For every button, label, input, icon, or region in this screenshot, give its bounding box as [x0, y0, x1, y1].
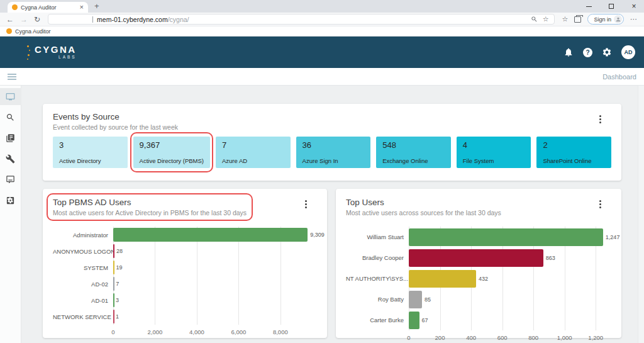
sidebar-item-dashboard[interactable]: [0, 88, 21, 105]
source-count: 2: [543, 140, 605, 150]
zoom-icon[interactable]: [531, 16, 538, 23]
bar[interactable]: [113, 261, 114, 274]
collections-icon[interactable]: [574, 16, 581, 23]
sidebar-item-alerts[interactable]: [0, 171, 21, 188]
kebab-menu-icon[interactable]: [598, 114, 602, 125]
category-label: Bradley Cooper: [346, 254, 409, 261]
settings-gear-icon[interactable]: [602, 47, 612, 57]
sidebar-item-search[interactable]: [0, 109, 21, 126]
top-pbms-ad-users-card: Top PBMS AD Users Most active users for …: [43, 189, 327, 338]
kebab-menu-icon[interactable]: [598, 199, 602, 210]
source-card-wrap: 548Exchange Online: [376, 137, 451, 168]
bar[interactable]: [409, 249, 543, 267]
browser-toolbar: ← → ↻ mem-01.cyberdyne.com /cygna/ ☆ ☆ S…: [0, 13, 644, 26]
source-label: Exchange Online: [382, 157, 445, 164]
new-tab-button[interactable]: +: [94, 1, 99, 11]
events-card-title: Events by Source: [53, 112, 611, 121]
notifications-bell-icon[interactable]: [564, 47, 574, 57]
wrench-icon: [6, 154, 15, 164]
gridline: [197, 243, 197, 259]
x-axis: 02,0004,0006,0008,000: [53, 325, 317, 337]
source-card[interactable]: 36Azure Sign In: [296, 137, 371, 168]
category-label: NETWORK SERVICE: [53, 313, 113, 320]
axis-tick: 400: [466, 334, 476, 341]
bar[interactable]: [113, 293, 114, 307]
cygna-favicon-icon: [6, 28, 12, 34]
bar[interactable]: [409, 270, 476, 288]
browser-menu-icon[interactable]: ⋯: [630, 15, 638, 23]
sidebar-item-configuration[interactable]: [0, 192, 21, 209]
source-card[interactable]: 548Exchange Online: [376, 137, 451, 168]
bar-value: 3: [116, 297, 119, 303]
content-area: Events by Source Event collected by sour…: [0, 86, 644, 343]
logo-subtext: LABS: [58, 55, 77, 60]
bar-row: Bradley Cooper863: [346, 247, 611, 268]
breadcrumb: Dashboard: [602, 73, 636, 81]
sidebar-item-reports[interactable]: [0, 130, 21, 147]
favorite-star-icon[interactable]: ☆: [543, 16, 549, 23]
gridline: [155, 259, 155, 276]
bookmark-cygna-auditor[interactable]: Cygna Auditor: [15, 28, 51, 35]
search-icon: [6, 113, 15, 122]
bar[interactable]: [409, 228, 603, 246]
gridline: [565, 268, 565, 289]
sidebar: [0, 86, 21, 343]
source-label: Active Directory (PBMS): [140, 157, 204, 164]
gridline: [502, 268, 503, 289]
sidebar-item-tools[interactable]: [0, 150, 21, 167]
kebab-menu-icon[interactable]: [304, 199, 308, 210]
source-card[interactable]: 9,367Active Directory (PBMS): [133, 137, 210, 168]
address-bar[interactable]: mem-01.cyberdyne.com /cygna/ ☆: [48, 14, 555, 25]
chart-title-block: Top Users Most active users across sourc…: [346, 198, 501, 216]
gridline: [197, 259, 197, 276]
browser-tab[interactable]: Cygna Auditor ×: [8, 2, 88, 13]
bar-value: 1: [116, 313, 119, 320]
window-minimize-button[interactable]: [585, 3, 592, 10]
source-card-wrap: 36Azure Sign In: [296, 137, 371, 168]
logo-text: CYGNA: [35, 45, 77, 54]
axis-tick: 800: [528, 334, 538, 341]
page-scrollbar[interactable]: [638, 86, 644, 343]
source-card[interactable]: 3Active Directory: [53, 137, 128, 168]
source-card[interactable]: 2SharePoint Online: [536, 137, 611, 168]
tab-close-icon[interactable]: ×: [80, 4, 84, 11]
url-path: /cygna/: [168, 16, 189, 23]
bar[interactable]: [113, 310, 114, 323]
gridline: [238, 292, 239, 308]
app-header: CYGNA LABS ? AD: [0, 37, 644, 68]
source-count: 9,367: [140, 140, 204, 150]
bar[interactable]: [113, 244, 114, 258]
window-controls: ×: [585, 0, 638, 13]
bar-value: 9,309: [310, 232, 325, 238]
gridline: [238, 308, 239, 325]
sign-in-button[interactable]: Sign in: [587, 14, 624, 25]
source-card[interactable]: 4File System: [457, 137, 531, 168]
cygna-logo[interactable]: CYGNA LABS: [9, 43, 77, 62]
window-close-button[interactable]: ×: [630, 3, 638, 10]
bar[interactable]: [113, 228, 308, 242]
forward-button[interactable]: →: [20, 16, 28, 23]
source-card-wrap: 7Azure AD: [216, 137, 291, 168]
bar[interactable]: [409, 312, 419, 329]
favorites-bar-icon[interactable]: ☆: [562, 16, 569, 23]
bar-chart: Administrator9,309ANONYMOUS LOGON28SYSTE…: [53, 227, 317, 337]
cygna-logo-icon: [9, 43, 29, 62]
source-card[interactable]: 7Azure AD: [216, 137, 291, 168]
bar[interactable]: [409, 291, 422, 308]
gridline: [280, 259, 281, 276]
gridline: [596, 289, 596, 310]
hamburger-menu-icon[interactable]: [8, 74, 16, 80]
source-count: 36: [303, 140, 365, 150]
bar-value: 432: [479, 276, 488, 282]
axis-tick: 0: [407, 334, 410, 341]
gridline: [238, 276, 239, 292]
reload-button[interactable]: ↻: [34, 16, 40, 23]
window-maximize-button[interactable]: [608, 3, 615, 10]
back-button[interactable]: ←: [6, 16, 14, 23]
gridline: [155, 276, 155, 292]
user-avatar[interactable]: AD: [621, 45, 635, 59]
help-icon[interactable]: ?: [583, 48, 592, 57]
dashboard-main: Events by Source Event collected by sour…: [21, 86, 638, 343]
bar[interactable]: [113, 277, 114, 291]
text-caret: [92, 16, 93, 23]
